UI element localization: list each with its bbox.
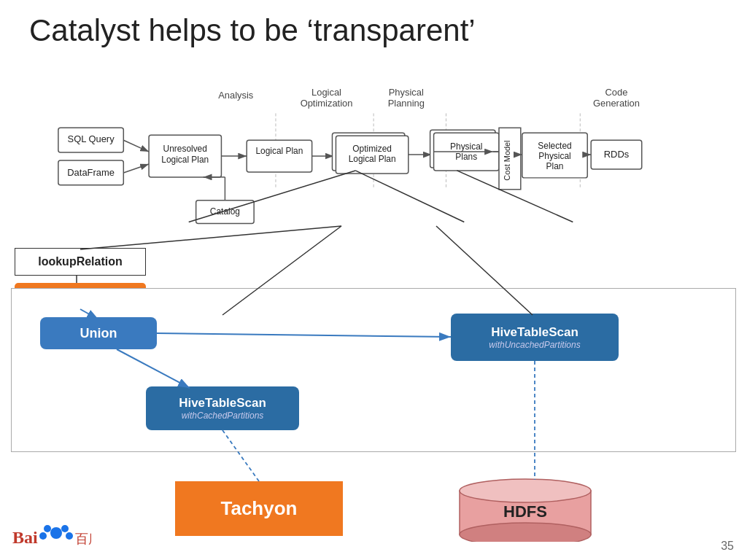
hive-uncached-node: HiveTableScan withUncachedPartitions: [451, 314, 619, 361]
svg-point-71: [50, 527, 62, 539]
union-label: Union: [80, 326, 117, 341]
svg-text:Planning: Planning: [388, 98, 425, 109]
svg-text:Generation: Generation: [593, 98, 640, 109]
hive-cached-sub-label: withCachedPartitions: [182, 411, 264, 421]
svg-text:Code: Code: [605, 87, 628, 98]
svg-text:Plans: Plans: [455, 152, 477, 162]
svg-point-72: [44, 525, 51, 532]
svg-text:Optimization: Optimization: [301, 98, 353, 109]
hive-cached-node: HiveTableScan withCachedPartitions: [146, 386, 299, 430]
page-number: 35: [721, 540, 734, 553]
svg-line-53: [355, 171, 464, 222]
svg-text:HDFS: HDFS: [503, 502, 547, 521]
svg-point-58: [460, 523, 591, 542]
analysis-label: Analysis: [218, 90, 253, 101]
slide-title: Catalyst helps to be ‘transparent’: [29, 13, 718, 48]
lookup-label: lookupRelation: [38, 255, 123, 268]
svg-text:Physical: Physical: [450, 141, 482, 152]
hdfs-cylinder: HDFS: [445, 474, 605, 543]
svg-line-51: [189, 171, 356, 222]
svg-text:SQL Query: SQL Query: [68, 133, 115, 144]
svg-text:Bai: Bai: [12, 528, 38, 547]
svg-text:Unresolved: Unresolved: [163, 144, 207, 154]
tachyon-label: Tachyon: [221, 497, 298, 520]
svg-text:Logical Plan: Logical Plan: [349, 154, 396, 164]
baidu-logo: Bai 百度: [11, 518, 91, 551]
lookup-relation-box: lookupRelation: [15, 248, 146, 276]
bottom-diagram-box: [11, 288, 736, 452]
union-node: Union: [40, 317, 157, 349]
svg-text:Physical: Physical: [389, 87, 424, 98]
flow-diagram: Analysis Logical Optimization Physical P…: [44, 84, 725, 244]
svg-text:Logical: Logical: [311, 87, 341, 98]
svg-line-15: [123, 164, 149, 173]
tachyon-box: Tachyon: [175, 481, 343, 536]
svg-point-74: [39, 532, 47, 540]
svg-text:Optimized: Optimized: [352, 144, 392, 154]
svg-point-73: [61, 525, 69, 532]
svg-text:Cost Model: Cost Model: [503, 140, 511, 180]
svg-text:Selected: Selected: [538, 141, 571, 151]
svg-line-14: [123, 140, 149, 152]
svg-point-57: [460, 479, 591, 502]
svg-text:Logical Plan: Logical Plan: [255, 146, 303, 156]
svg-text:Physical: Physical: [538, 151, 570, 161]
svg-text:百度: 百度: [75, 532, 91, 546]
hive-cached-label: HiveTableScan: [179, 396, 266, 411]
hive-uncached-sub-label: withUncachedPartitions: [489, 340, 580, 350]
svg-text:DataFrame: DataFrame: [67, 167, 115, 178]
svg-text:RDDs: RDDs: [604, 149, 629, 160]
svg-point-75: [66, 532, 73, 540]
svg-text:Plan: Plan: [546, 161, 564, 171]
svg-text:Logical Plan: Logical Plan: [161, 155, 209, 165]
hive-uncached-label: HiveTableScan: [491, 325, 578, 340]
